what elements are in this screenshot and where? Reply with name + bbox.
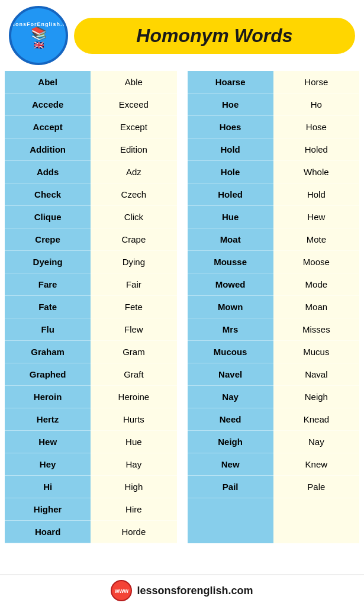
list-item: Fete xyxy=(91,296,176,318)
list-item: Higher xyxy=(5,498,91,521)
list-item: Hoarse xyxy=(188,71,273,94)
right-col-2: HorseHoHoseHoledWholeHoldHewMoteMooseMod… xyxy=(273,71,359,543)
list-item: Neigh xyxy=(188,431,273,453)
list-item: Nay xyxy=(273,431,359,453)
list-item: Hole xyxy=(188,161,273,183)
list-item: Mucus xyxy=(273,341,359,363)
main-content: AbelAccedeAcceptAdditionAddsCheckCliqueC… xyxy=(0,71,364,548)
list-item: Mowed xyxy=(188,273,273,296)
list-item: Heroin xyxy=(5,386,91,408)
list-item: Hose xyxy=(273,116,359,138)
footer-url: lessonsforenglish.com xyxy=(137,585,253,597)
title-oval: Homonym Words xyxy=(74,18,355,54)
list-item: Addition xyxy=(5,138,91,161)
list-item: Moose xyxy=(273,251,359,273)
logo-flag-icon: 🇬🇧 xyxy=(34,40,44,50)
list-item: Holed xyxy=(188,183,273,206)
list-item: Graft xyxy=(91,363,176,386)
list-item: Hay xyxy=(91,453,176,476)
list-item: Graham xyxy=(5,341,91,363)
logo-circle: LessonsForEnglish.Com 📚 🇬🇧 xyxy=(9,6,68,65)
list-item: Hoes xyxy=(188,116,273,138)
left-col-1: AbelAccedeAcceptAdditionAddsCheckCliqueC… xyxy=(5,71,91,543)
list-item: Gram xyxy=(91,341,176,363)
list-item: Flew xyxy=(91,318,176,341)
list-item: Hertz xyxy=(5,408,91,431)
list-item: Horde xyxy=(91,521,176,543)
list-item: Horse xyxy=(273,71,359,94)
list-item: Hire xyxy=(91,498,176,521)
list-item: Pail xyxy=(188,476,273,498)
list-item: Dying xyxy=(91,251,176,273)
footer-logo: www xyxy=(111,580,132,601)
list-item: Moan xyxy=(273,296,359,318)
list-item: Hey xyxy=(5,453,91,476)
list-item: Ho xyxy=(273,94,359,116)
list-item: Nay xyxy=(188,386,273,408)
list-item: Fare xyxy=(5,273,91,296)
column-divider xyxy=(181,71,184,543)
list-item: Knew xyxy=(273,453,359,476)
list-item: Mousse xyxy=(188,251,273,273)
list-item: Click xyxy=(91,206,176,228)
list-item: Fate xyxy=(5,296,91,318)
list-item: Knead xyxy=(273,408,359,431)
list-item: Hoard xyxy=(5,521,91,543)
list-item: Dyeing xyxy=(5,251,91,273)
list-item: Hold xyxy=(188,138,273,161)
footer-logo-text: www xyxy=(115,588,128,594)
list-item: Moat xyxy=(188,228,273,251)
list-item: Mode xyxy=(273,273,359,296)
list-item: Clique xyxy=(5,206,91,228)
list-item: Hoe xyxy=(188,94,273,116)
list-item: Hew xyxy=(273,206,359,228)
list-item: Whole xyxy=(273,161,359,183)
list-item: Crape xyxy=(91,228,176,251)
list-item: Mote xyxy=(273,228,359,251)
list-item: Hurts xyxy=(91,408,176,431)
right-column-pair: HoarseHoeHoesHoldHoleHoledHueMoatMousseM… xyxy=(188,71,360,543)
list-item: Fair xyxy=(91,273,176,296)
list-item: Pale xyxy=(273,476,359,498)
list-item: Hue xyxy=(188,206,273,228)
header: LessonsForEnglish.Com 📚 🇬🇧 Homonym Words xyxy=(0,0,364,71)
list-item: Misses xyxy=(273,318,359,341)
list-item: Hold xyxy=(273,183,359,206)
left-col-2: AbleExceedExceptEditionAdzCzechClickCrap… xyxy=(91,71,176,543)
list-item: Czech xyxy=(91,183,176,206)
page-title: Homonym Words xyxy=(92,25,337,47)
list-item: Need xyxy=(188,408,273,431)
list-item: Adz xyxy=(91,161,176,183)
list-item: Hue xyxy=(91,431,176,453)
list-item: Accede xyxy=(5,94,91,116)
list-item: Mucous xyxy=(188,341,273,363)
list-item: Crepe xyxy=(5,228,91,251)
list-item: Neigh xyxy=(273,386,359,408)
list-item: Except xyxy=(91,116,176,138)
list-item: Mrs xyxy=(188,318,273,341)
list-item: Flu xyxy=(5,318,91,341)
list-item: Able xyxy=(91,71,176,94)
list-item: Navel xyxy=(188,363,273,386)
list-item: Naval xyxy=(273,363,359,386)
left-column-pair: AbelAccedeAcceptAdditionAddsCheckCliqueC… xyxy=(5,71,177,543)
footer: www lessonsforenglish.com xyxy=(0,574,364,606)
list-item: Check xyxy=(5,183,91,206)
right-col-1: HoarseHoeHoesHoldHoleHoledHueMoatMousseM… xyxy=(188,71,273,543)
list-item: Adds xyxy=(5,161,91,183)
list-item: Hi xyxy=(5,476,91,498)
list-item: Accept xyxy=(5,116,91,138)
list-item: Mown xyxy=(188,296,273,318)
list-item: Graphed xyxy=(5,363,91,386)
list-item: Hew xyxy=(5,431,91,453)
list-item: High xyxy=(91,476,176,498)
list-item: New xyxy=(188,453,273,476)
list-item: Holed xyxy=(273,138,359,161)
logo-books-icon: 📚 xyxy=(31,27,47,40)
list-item: Exceed xyxy=(91,94,176,116)
list-item: Abel xyxy=(5,71,91,94)
list-item: Heroine xyxy=(91,386,176,408)
list-item: Edition xyxy=(91,138,176,161)
